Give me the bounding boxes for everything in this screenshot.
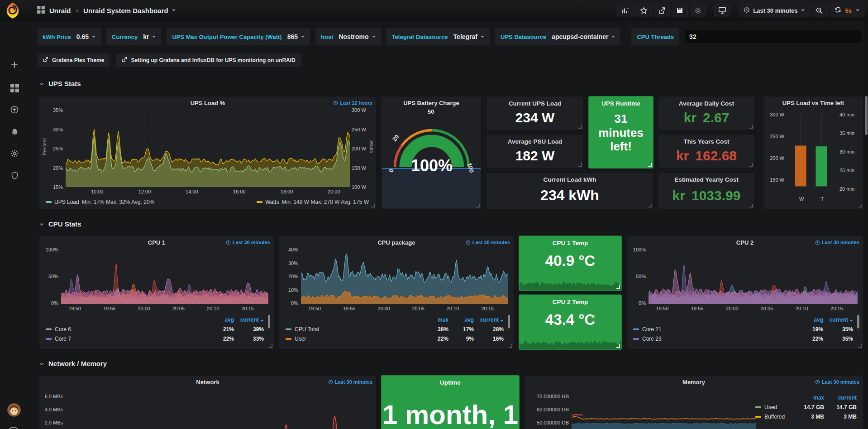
panel-timerange-link[interactable]: Last 30 minutes: [328, 379, 372, 385]
legend-swatch: [633, 338, 639, 340]
configuration-gear-icon[interactable]: [7, 146, 22, 161]
panel-timerange-link[interactable]: Last 30 minutes: [226, 240, 270, 245]
time-range-picker[interactable]: Last 30 minutes: [739, 4, 809, 17]
link-grafana-plex-theme[interactable]: Grafana Plex Theme: [37, 53, 110, 67]
explore-compass-icon[interactable]: [7, 102, 22, 117]
panel-ups-load-vs-time: UPS Load vs Time left 300 W250 W200 W150…: [763, 96, 863, 209]
x-axis-tick: 20:10: [447, 306, 459, 311]
help-icon[interactable]: ?: [8, 427, 19, 429]
variable-value-dropdown[interactable]: kr: [143, 33, 156, 40]
clock-icon: [328, 380, 333, 385]
panel-title[interactable]: UPS Runtime: [589, 96, 653, 107]
legend-sort-current[interactable]: current: [824, 395, 857, 401]
section-ups-stats[interactable]: UPS Stats: [39, 80, 81, 87]
page-scrollbar-thumb[interactable]: [865, 96, 868, 135]
tv-kiosk-button[interactable]: [714, 4, 730, 17]
legend-series-toggle[interactable]: Used: [755, 404, 792, 410]
section-cpu-stats[interactable]: CPU Stats: [39, 220, 81, 228]
legend-sort-max[interactable]: max: [792, 395, 824, 401]
y-axis-tick: 4.0 MBs: [45, 407, 63, 412]
refresh-picker[interactable]: 5s: [830, 4, 864, 17]
panel-title[interactable]: Network: [39, 376, 376, 386]
variable-ups-max-output: UPS Max Output Power Capacity (Watt) 865: [167, 28, 310, 45]
settings-gear-button[interactable]: [690, 4, 706, 17]
y-axis-tick: 150 W: [352, 165, 373, 171]
dashboards-grid-icon[interactable]: [37, 6, 45, 15]
section-network-memory[interactable]: Network / Memory: [39, 360, 107, 367]
legend-sort-avg[interactable]: avg: [798, 317, 823, 323]
cpu-threads-input[interactable]: [685, 30, 861, 43]
legend-series-toggle[interactable]: User: [286, 336, 420, 342]
star-button[interactable]: [635, 4, 652, 17]
legend-row: Core 6 21%39%: [46, 324, 264, 334]
panel-title[interactable]: Average PSU Load: [486, 135, 583, 145]
variable-value-dropdown[interactable]: 865: [287, 33, 305, 40]
stat-value: 182 W: [486, 148, 583, 164]
legend-sort-current[interactable]: current: [823, 317, 853, 323]
legend-item-ups-load[interactable]: UPS Load Min: 17% Max: 32% Avg: 20%: [46, 199, 154, 205]
legend-scrollbar[interactable]: [857, 315, 859, 328]
legend-series-toggle[interactable]: Core 23: [633, 336, 798, 342]
panel-title[interactable]: This Years Cost: [658, 135, 754, 145]
legend-series-toggle[interactable]: Core 7: [46, 336, 209, 342]
gauge-tick-50: 50: [428, 108, 434, 115]
x-axis-tick: 20:05: [761, 306, 773, 311]
panel-title[interactable]: Memory: [525, 376, 863, 386]
variable-value-dropdown[interactable]: 0.65: [76, 33, 95, 40]
legend-sort-current[interactable]: current: [234, 317, 264, 323]
save-button[interactable]: [672, 4, 688, 17]
legend-item-watts[interactable]: Watts Min: 148 W Max: 278 W Avg: 175 W: [257, 199, 369, 205]
legend-series-toggle[interactable]: Core 21: [633, 326, 798, 333]
create-plus-icon[interactable]: [7, 58, 22, 72]
panel-title[interactable]: CPU 2 Temp: [519, 295, 621, 305]
legend-series-toggle[interactable]: Buffered: [755, 414, 792, 420]
legend-swatch: [46, 201, 52, 203]
breadcrumb-folder[interactable]: Unraid: [49, 7, 71, 14]
legend-swatch: [46, 328, 52, 330]
legend-sort-current[interactable]: current: [474, 317, 504, 323]
user-avatar[interactable]: [7, 403, 21, 417]
panel-title[interactable]: Current Load kWh: [486, 173, 653, 183]
panel-timerange-link[interactable]: Last 30 minutes: [466, 240, 510, 245]
legend-series-toggle[interactable]: Core 6: [46, 326, 209, 333]
zoom-out-button[interactable]: [811, 4, 828, 17]
panel-timerange-link[interactable]: Last 12 hours: [333, 100, 372, 106]
alerting-bell-icon[interactable]: [7, 125, 22, 139]
variable-value-dropdown[interactable]: Telegraf: [453, 33, 484, 40]
variable-value-dropdown[interactable]: Nostromo: [339, 33, 375, 40]
legend-swatch: [286, 328, 291, 330]
legend-sort-avg[interactable]: avg: [448, 317, 474, 323]
link-ups-monitoring-guide[interactable]: Setting up Grafana and InfluxDB for UPS …: [116, 53, 300, 67]
panel-title[interactable]: Current UPS Load: [486, 96, 583, 107]
panel-title[interactable]: Uptime: [382, 376, 519, 386]
panel-timerange-link[interactable]: Last 30 minutes: [815, 240, 859, 245]
panel-timerange-link[interactable]: Last 30 minutes: [815, 379, 859, 385]
grafana-logo[interactable]: [4, 2, 21, 19]
battery-gauge: 50 20 0 100 100%: [389, 115, 475, 183]
panel-title[interactable]: UPS Battery Charge: [382, 96, 481, 106]
cpu1-chart: [61, 250, 268, 304]
y-axis-tick: 2.0 MBs: [45, 420, 63, 425]
y-axis-tick: 200 W: [352, 146, 373, 151]
add-panel-button[interactable]: [617, 4, 634, 17]
panel-title[interactable]: UPS Load %: [39, 96, 376, 106]
dashboards-icon[interactable]: [7, 81, 22, 95]
panel-title[interactable]: Estimated Yearly Cost: [658, 173, 754, 183]
legend-sort-max[interactable]: max: [420, 317, 448, 323]
panel-title[interactable]: UPS Load vs Time left: [763, 96, 863, 106]
x-axis-tick: 18:00: [281, 189, 293, 194]
chevron-down-icon: [301, 36, 305, 38]
panel-title[interactable]: CPU 1 Temp: [519, 236, 621, 246]
x-axis-tick: 20:00: [726, 306, 739, 311]
legend-scrollbar[interactable]: [268, 315, 270, 328]
share-button[interactable]: [653, 4, 670, 17]
legend-scrollbar[interactable]: [508, 315, 510, 328]
panel-title[interactable]: Average Daily Cost: [658, 96, 754, 107]
y-axis-tick: 10%: [288, 287, 298, 293]
y-axis-tick: 100 W: [352, 184, 373, 190]
legend-sort-avg[interactable]: avg: [209, 317, 234, 323]
dashboard-title[interactable]: Unraid System Dashboard: [83, 7, 168, 14]
variable-value-dropdown[interactable]: apcupsd-container: [552, 33, 615, 40]
server-admin-shield-icon[interactable]: [7, 168, 22, 183]
legend-series-toggle[interactable]: CPU Total: [286, 326, 420, 333]
